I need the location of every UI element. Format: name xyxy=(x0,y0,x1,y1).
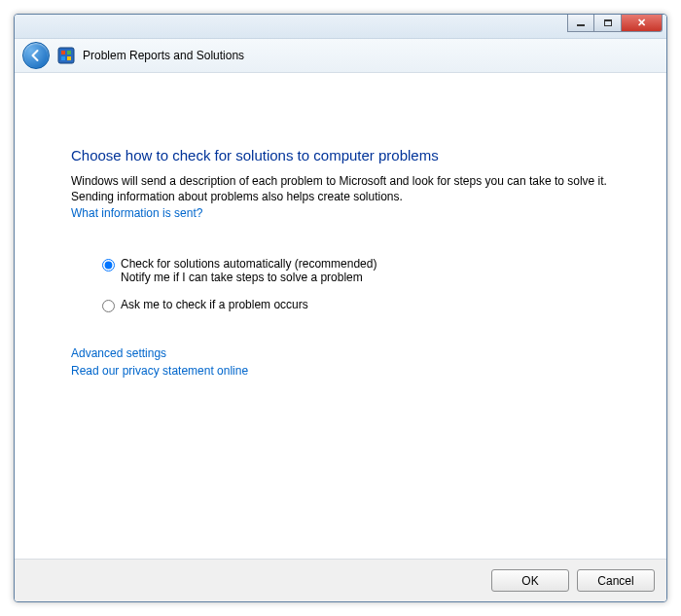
dialog-window: ✕ Problem Reports and Solutions xyxy=(14,14,667,602)
cancel-button[interactable]: Cancel xyxy=(577,569,655,592)
page-description: Windows will send a description of each … xyxy=(71,173,610,204)
svg-rect-1 xyxy=(61,51,65,54)
back-arrow-icon xyxy=(29,49,43,62)
content-area: Choose how to check for solutions to com… xyxy=(15,73,666,559)
option-ask-label: Ask me to check if a problem occurs xyxy=(121,298,308,311)
dialog-footer: OK Cancel xyxy=(15,559,666,601)
page-heading: Choose how to check for solutions to com… xyxy=(71,147,610,163)
header-bar: Problem Reports and Solutions xyxy=(15,39,666,73)
ok-button[interactable]: OK xyxy=(491,569,569,592)
option-ask-radio[interactable] xyxy=(102,300,115,312)
svg-rect-4 xyxy=(67,56,71,60)
option-auto-label: Check for solutions automatically (recom… xyxy=(121,257,376,271)
back-button[interactable] xyxy=(22,42,50,69)
svg-rect-0 xyxy=(58,48,74,63)
option-auto-sublabel: Notify me if I can take steps to solve a… xyxy=(121,271,376,284)
svg-rect-3 xyxy=(61,56,65,60)
minimize-button[interactable] xyxy=(567,15,594,32)
solution-check-options: Check for solutions automatically (recom… xyxy=(102,257,610,312)
option-auto-radio[interactable] xyxy=(102,259,115,272)
option-auto[interactable]: Check for solutions automatically (recom… xyxy=(102,257,610,284)
advanced-settings-link[interactable]: Advanced settings xyxy=(71,345,610,362)
maximize-button[interactable] xyxy=(594,15,622,32)
caption-buttons: ✕ xyxy=(567,15,663,32)
svg-rect-2 xyxy=(67,51,71,54)
extra-links: Advanced settings Read our privacy state… xyxy=(71,345,610,380)
close-button[interactable]: ✕ xyxy=(622,15,663,32)
title-bar: ✕ xyxy=(15,15,666,39)
info-sent-link[interactable]: What information is sent? xyxy=(71,206,202,220)
privacy-statement-link[interactable]: Read our privacy statement online xyxy=(71,363,610,380)
breadcrumb-title: Problem Reports and Solutions xyxy=(83,49,244,62)
option-ask[interactable]: Ask me to check if a problem occurs xyxy=(102,298,610,312)
app-icon xyxy=(57,47,75,64)
